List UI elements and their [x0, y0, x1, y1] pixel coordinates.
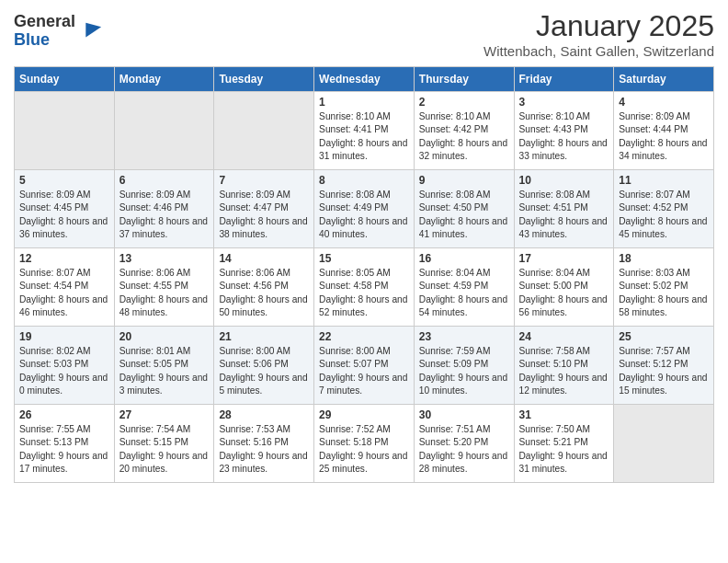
day-info: Sunrise: 8:02 AMSunset: 5:03 PMDaylight:…	[19, 345, 109, 397]
location-title: Wittenbach, Saint Gallen, Switzerland	[483, 43, 714, 59]
calendar-cell: 28Sunrise: 7:53 AMSunset: 5:16 PMDayligh…	[214, 405, 314, 483]
calendar-cell: 25Sunrise: 7:57 AMSunset: 5:12 PMDayligh…	[614, 327, 714, 405]
calendar-cell: 29Sunrise: 7:52 AMSunset: 5:18 PMDayligh…	[314, 405, 415, 483]
day-info: Sunrise: 8:00 AMSunset: 5:07 PMDaylight:…	[319, 345, 409, 397]
calendar-cell	[114, 92, 214, 170]
day-number: 9	[419, 174, 509, 187]
title-area: January 2025 Wittenbach, Saint Gallen, S…	[483, 9, 714, 59]
calendar-cell: 3Sunrise: 8:10 AMSunset: 4:43 PMDaylight…	[514, 92, 614, 170]
day-info: Sunrise: 7:57 AMSunset: 5:12 PMDaylight:…	[619, 345, 709, 397]
calendar-cell: 1Sunrise: 8:10 AMSunset: 4:41 PMDaylight…	[314, 92, 415, 170]
calendar-cell: 16Sunrise: 8:04 AMSunset: 4:59 PMDayligh…	[414, 248, 514, 327]
calendar-cell	[15, 92, 115, 170]
calendar-cell: 2Sunrise: 8:10 AMSunset: 4:42 PMDaylight…	[414, 92, 514, 170]
day-number: 13	[119, 252, 210, 265]
calendar-cell: 20Sunrise: 8:01 AMSunset: 5:05 PMDayligh…	[114, 327, 214, 405]
day-number: 6	[119, 174, 210, 187]
column-header-tuesday: Tuesday	[214, 67, 314, 92]
day-number: 20	[119, 330, 210, 343]
day-number: 4	[619, 96, 709, 109]
day-info: Sunrise: 8:08 AMSunset: 4:49 PMDaylight:…	[319, 189, 409, 241]
calendar-cell: 24Sunrise: 7:58 AMSunset: 5:10 PMDayligh…	[514, 327, 614, 405]
day-info: Sunrise: 8:01 AMSunset: 5:05 PMDaylight:…	[119, 345, 210, 397]
day-info: Sunrise: 8:04 AMSunset: 4:59 PMDaylight:…	[419, 267, 509, 319]
calendar-cell: 12Sunrise: 8:07 AMSunset: 4:54 PMDayligh…	[15, 248, 115, 327]
day-number: 30	[419, 408, 509, 421]
calendar-cell: 17Sunrise: 8:04 AMSunset: 5:00 PMDayligh…	[514, 248, 614, 327]
column-header-sunday: Sunday	[15, 67, 115, 92]
day-number: 24	[519, 330, 609, 343]
calendar-cell: 23Sunrise: 7:59 AMSunset: 5:09 PMDayligh…	[414, 327, 514, 405]
day-number: 17	[519, 252, 609, 265]
day-info: Sunrise: 8:10 AMSunset: 4:42 PMDaylight:…	[419, 110, 509, 163]
day-info: Sunrise: 7:58 AMSunset: 5:10 PMDaylight:…	[519, 345, 609, 397]
calendar-cell	[214, 92, 314, 170]
month-title: January 2025	[483, 9, 714, 43]
day-number: 16	[419, 252, 509, 265]
calendar-header-row: SundayMondayTuesdayWednesdayThursdayFrid…	[15, 67, 714, 92]
day-number: 14	[219, 252, 309, 265]
column-header-saturday: Saturday	[614, 67, 714, 92]
calendar-week-1: 1Sunrise: 8:10 AMSunset: 4:41 PMDaylight…	[15, 92, 714, 170]
page-header: General Blue January 2025 Wittenbach, Sa…	[14, 9, 714, 59]
calendar-cell: 9Sunrise: 8:08 AMSunset: 4:50 PMDaylight…	[414, 170, 514, 248]
day-number: 1	[319, 96, 409, 109]
day-number: 3	[519, 96, 609, 109]
day-info: Sunrise: 7:55 AMSunset: 5:13 PMDaylight:…	[19, 423, 109, 476]
day-number: 7	[219, 174, 309, 187]
day-number: 21	[219, 330, 309, 343]
day-number: 22	[319, 330, 409, 343]
calendar-cell: 31Sunrise: 7:50 AMSunset: 5:21 PMDayligh…	[514, 405, 614, 483]
calendar-cell	[614, 405, 714, 483]
column-header-wednesday: Wednesday	[314, 67, 415, 92]
day-info: Sunrise: 8:07 AMSunset: 4:54 PMDaylight:…	[19, 267, 109, 319]
day-info: Sunrise: 8:07 AMSunset: 4:52 PMDaylight:…	[619, 189, 709, 241]
day-info: Sunrise: 8:00 AMSunset: 5:06 PMDaylight:…	[219, 345, 309, 397]
day-number: 12	[19, 252, 109, 265]
day-info: Sunrise: 8:08 AMSunset: 4:51 PMDaylight:…	[519, 189, 609, 241]
day-info: Sunrise: 8:08 AMSunset: 4:50 PMDaylight:…	[419, 189, 509, 241]
calendar-cell: 14Sunrise: 8:06 AMSunset: 4:56 PMDayligh…	[214, 248, 314, 327]
calendar-cell: 22Sunrise: 8:00 AMSunset: 5:07 PMDayligh…	[314, 327, 415, 405]
calendar-cell: 15Sunrise: 8:05 AMSunset: 4:58 PMDayligh…	[314, 248, 415, 327]
day-number: 18	[619, 252, 709, 265]
calendar-cell: 8Sunrise: 8:08 AMSunset: 4:49 PMDaylight…	[314, 170, 415, 248]
day-info: Sunrise: 8:09 AMSunset: 4:45 PMDaylight:…	[19, 189, 109, 241]
day-number: 28	[219, 408, 309, 421]
day-info: Sunrise: 8:06 AMSunset: 4:55 PMDaylight:…	[119, 267, 210, 319]
day-info: Sunrise: 8:09 AMSunset: 4:47 PMDaylight:…	[219, 189, 309, 241]
day-number: 27	[119, 408, 210, 421]
day-number: 26	[19, 408, 109, 421]
calendar-cell: 4Sunrise: 8:09 AMSunset: 4:44 PMDaylight…	[614, 92, 714, 170]
day-number: 29	[319, 408, 409, 421]
logo-area: General Blue	[14, 9, 103, 50]
day-info: Sunrise: 8:09 AMSunset: 4:46 PMDaylight:…	[119, 189, 210, 241]
day-info: Sunrise: 8:10 AMSunset: 4:41 PMDaylight:…	[319, 110, 409, 163]
day-info: Sunrise: 7:59 AMSunset: 5:09 PMDaylight:…	[419, 345, 509, 397]
day-info: Sunrise: 8:05 AMSunset: 4:58 PMDaylight:…	[319, 267, 409, 319]
calendar-cell: 10Sunrise: 8:08 AMSunset: 4:51 PMDayligh…	[514, 170, 614, 248]
day-number: 5	[19, 174, 109, 187]
day-number: 15	[319, 252, 409, 265]
calendar-week-2: 5Sunrise: 8:09 AMSunset: 4:45 PMDaylight…	[15, 170, 714, 248]
day-number: 19	[19, 330, 109, 343]
day-number: 11	[619, 174, 709, 187]
logo-text: General Blue	[14, 13, 75, 50]
calendar-cell: 7Sunrise: 8:09 AMSunset: 4:47 PMDaylight…	[214, 170, 314, 248]
day-info: Sunrise: 7:52 AMSunset: 5:18 PMDaylight:…	[319, 423, 409, 476]
calendar-cell: 6Sunrise: 8:09 AMSunset: 4:46 PMDaylight…	[114, 170, 214, 248]
day-info: Sunrise: 7:54 AMSunset: 5:15 PMDaylight:…	[119, 423, 210, 476]
day-info: Sunrise: 8:04 AMSunset: 5:00 PMDaylight:…	[519, 267, 609, 319]
calendar-cell: 5Sunrise: 8:09 AMSunset: 4:45 PMDaylight…	[15, 170, 115, 248]
svg-marker-0	[85, 22, 101, 37]
day-number: 2	[419, 96, 509, 109]
day-info: Sunrise: 7:53 AMSunset: 5:16 PMDaylight:…	[219, 423, 309, 476]
day-info: Sunrise: 8:03 AMSunset: 5:02 PMDaylight:…	[619, 267, 709, 319]
logo-blue: Blue	[14, 31, 75, 50]
day-number: 31	[519, 408, 609, 421]
calendar-cell: 11Sunrise: 8:07 AMSunset: 4:52 PMDayligh…	[614, 170, 714, 248]
column-header-monday: Monday	[114, 67, 214, 92]
column-header-friday: Friday	[514, 67, 614, 92]
calendar-cell: 13Sunrise: 8:06 AMSunset: 4:55 PMDayligh…	[114, 248, 214, 327]
calendar-cell: 18Sunrise: 8:03 AMSunset: 5:02 PMDayligh…	[614, 248, 714, 327]
